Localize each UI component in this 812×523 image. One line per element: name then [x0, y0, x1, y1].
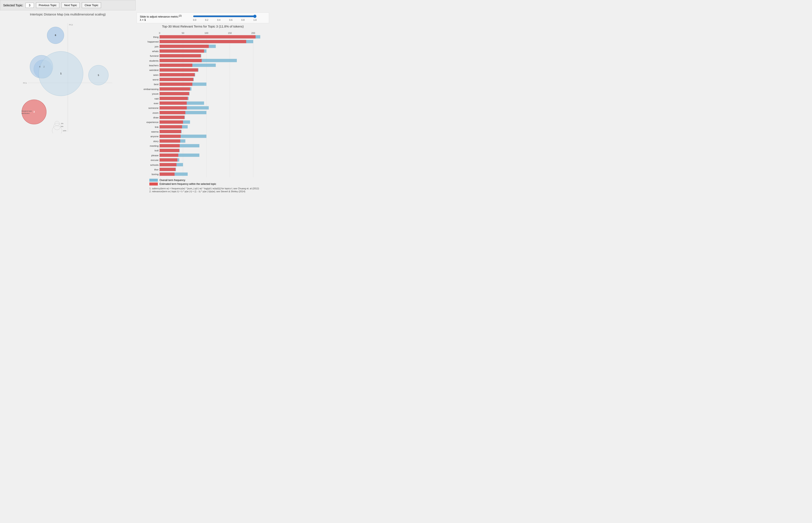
svg-rect-45	[160, 83, 192, 86]
legend-red-label: Estimated term frequency within the sele…	[160, 182, 216, 185]
map-title: Intertopic Distance Map (via multidimens…	[2, 13, 134, 16]
svg-text:whats: whats	[152, 50, 159, 53]
svg-text:troll: troll	[155, 149, 159, 152]
size-circle-10pct	[52, 126, 62, 133]
barchart-title: Top-30 Most Relevant Terms for Topic 3 (…	[137, 24, 269, 28]
svg-text:happened: happened	[148, 40, 159, 43]
svg-text:seen: seen	[153, 73, 158, 76]
svg-text:anyone: anyone	[151, 135, 158, 138]
legend-blue-label: Overall term frequency	[160, 179, 185, 182]
svg-rect-75	[160, 130, 181, 133]
svg-text:teachers: teachers	[149, 64, 159, 67]
svg-rect-93	[160, 158, 177, 162]
svg-rect-33	[160, 64, 192, 67]
svg-text:join: join	[155, 45, 158, 48]
barchart-container: 050100150200thinghappenedjoinwhatsfunnie…	[137, 29, 269, 178]
footnote-num: (2)	[179, 14, 181, 17]
svg-text:raid: raid	[155, 97, 158, 100]
svg-text:200: 200	[251, 32, 255, 35]
legend-blue: Overall term frequency	[149, 179, 269, 182]
svg-rect-51	[160, 92, 189, 95]
lambda-value: 1	[144, 18, 146, 21]
topic-label-3: 3	[34, 110, 35, 113]
svg-text:youve: youve	[152, 92, 158, 95]
svg-text:experience: experience	[146, 121, 158, 124]
size-label-10pct: 10%	[63, 130, 66, 132]
svg-text:embarrassing: embarrassing	[144, 88, 159, 90]
svg-text:draw: draw	[153, 116, 159, 119]
svg-rect-18	[160, 40, 246, 43]
svg-rect-96	[160, 163, 176, 166]
right-panel: Slide to adjust relevance metric:(2) λ =…	[136, 11, 271, 195]
slider-track-container: 0.0 0.2 0.4 0.6 0.8 1.0	[184, 15, 266, 21]
svg-text:150: 150	[228, 32, 232, 35]
svg-text:distribution: distribution	[21, 112, 30, 114]
svg-rect-78	[160, 135, 180, 138]
footnote-2: 2. relevance(term w | topic t) = λ * p(w…	[149, 190, 269, 193]
topic-label-5: 5	[98, 74, 99, 76]
svg-rect-81	[160, 139, 180, 143]
pc2-label: PC2	[69, 23, 73, 26]
svg-text:0: 0	[159, 32, 160, 35]
svg-rect-36	[160, 68, 198, 72]
svg-rect-102	[160, 173, 175, 176]
main-layout: Intertopic Distance Map (via multidimens…	[0, 11, 271, 195]
legend-area: Overall term frequency Estimated term fr…	[137, 179, 269, 185]
selected-topic-label: Selected Topic:	[3, 4, 23, 7]
size-label-2pct: 2%	[61, 123, 63, 125]
slider-area: Slide to adjust relevance metric:(2) λ =…	[137, 13, 269, 23]
marginal-label-text: Marginal topic	[21, 110, 32, 112]
topic-input[interactable]	[25, 3, 34, 8]
svg-rect-54	[160, 97, 188, 100]
svg-rect-57	[160, 102, 187, 105]
clear-topic-button[interactable]: Clear Topic	[82, 2, 101, 8]
svg-text:worst: worst	[153, 78, 159, 81]
svg-rect-24	[160, 50, 204, 53]
pc1-label: PC1	[23, 82, 27, 84]
svg-text:excuse: excuse	[151, 159, 159, 162]
svg-text:schools: schools	[150, 163, 159, 166]
footnote-1: 1. saliency(term w) = frequency(w) * [su…	[149, 187, 269, 190]
svg-text:story: story	[153, 140, 158, 143]
svg-rect-39	[160, 73, 195, 76]
topic-label-6: 6	[55, 34, 56, 36]
svg-text:please: please	[151, 154, 158, 157]
svg-text:best: best	[154, 83, 159, 86]
svg-rect-84	[160, 144, 180, 148]
svg-text:100: 100	[205, 32, 208, 35]
svg-text:ever: ever	[154, 102, 159, 105]
svg-text:meeting: meeting	[150, 144, 158, 147]
svg-rect-72	[160, 125, 182, 128]
svg-text:boring: boring	[152, 173, 158, 176]
map-container: PC2 PC1 6 4 2 1 5 3	[2, 17, 134, 133]
svg-rect-48	[160, 87, 190, 91]
svg-text:funniest: funniest	[150, 55, 159, 57]
svg-text:link: link	[155, 126, 159, 128]
lambda-label: λ =	[140, 18, 144, 21]
slide-label: Slide to adjust relevance metric:	[140, 15, 179, 18]
svg-rect-60	[160, 106, 187, 110]
prev-topic-button[interactable]: Previous Topic	[36, 2, 59, 8]
relevance-slider[interactable]	[193, 15, 257, 18]
svg-rect-30	[160, 59, 202, 62]
svg-text:thing: thing	[153, 36, 158, 38]
size-circle-2pct	[55, 121, 59, 126]
left-panel: Intertopic Distance Map (via multidimens…	[0, 11, 136, 195]
svg-rect-90	[160, 154, 178, 157]
svg-rect-42	[160, 78, 193, 81]
svg-rect-69	[160, 121, 183, 124]
slider-description: Slide to adjust relevance metric:(2) λ =…	[140, 14, 182, 21]
map-svg: PC2 PC1 6 4 2 1 5 3	[2, 17, 134, 133]
svg-text:thor: thor	[154, 168, 158, 171]
svg-rect-63	[160, 111, 186, 114]
next-topic-button[interactable]: Next Topic	[61, 2, 80, 8]
svg-rect-21	[160, 45, 209, 48]
size-label-5pct: 5%	[61, 126, 63, 127]
legend-red: Estimated term frequency within the sele…	[149, 182, 269, 185]
svg-rect-27	[160, 54, 200, 58]
svg-rect-66	[160, 116, 184, 119]
svg-text:weirdest: weirdest	[149, 69, 159, 72]
size-circle-5pct	[54, 123, 60, 130]
svg-text:someone: someone	[148, 107, 159, 109]
svg-rect-87	[160, 149, 179, 152]
